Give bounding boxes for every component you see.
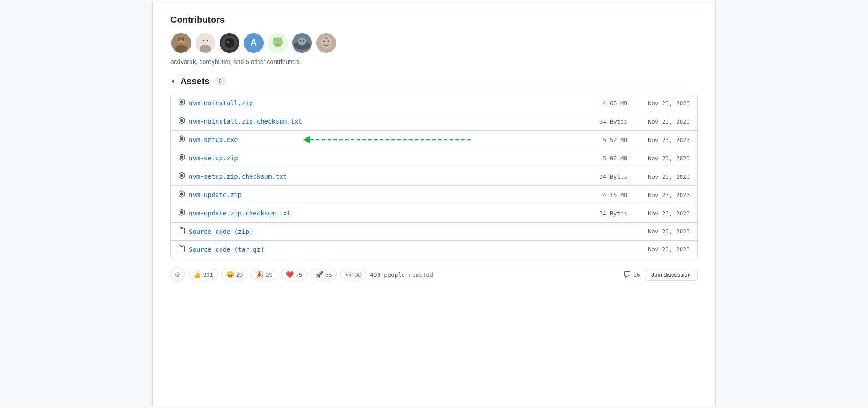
thumbsup-count: 291 <box>203 271 213 278</box>
asset-link[interactable]: nvm-update.zip <box>189 191 574 198</box>
eyes-reaction[interactable]: 👀 30 <box>340 269 366 280</box>
main-container: Contributors <box>152 0 716 408</box>
assets-title: Assets <box>180 76 210 86</box>
source-code-zip-link[interactable]: Source code (zip) <box>189 228 574 235</box>
table-row: nvm-update.zip.checksum.txt 34 Bytes Nov… <box>171 204 697 223</box>
asset-link[interactable]: nvm-update.zip.checksum.txt <box>189 210 574 217</box>
package-icon <box>178 172 185 181</box>
asset-date: Nov 23, 2023 <box>627 137 690 143</box>
package-icon <box>178 117 185 126</box>
avatar-5[interactable] <box>267 32 289 54</box>
table-row: nvm-setup.zip.checksum.txt 34 Bytes Nov … <box>171 167 697 186</box>
heart-count: 75 <box>296 271 302 278</box>
source-code-icon <box>178 245 185 253</box>
asset-date: Nov 23, 2023 <box>627 246 690 253</box>
asset-date: Nov 23, 2023 <box>627 228 690 235</box>
source-code-icon <box>178 227 185 236</box>
package-icon <box>178 154 185 163</box>
tada-reaction[interactable]: 🎉 29 <box>251 269 277 280</box>
table-row: nvm-noinstall.zip 4.65 MB Nov 23, 2023 <box>171 94 697 112</box>
asset-date: Nov 23, 2023 <box>627 118 690 125</box>
table-row: nvm-setup.zip 5.02 MB Nov 23, 2023 <box>171 149 697 167</box>
thumbsup-emoji: 👍 <box>193 271 201 278</box>
avatar-1[interactable] <box>170 32 192 54</box>
assets-collapse-icon[interactable]: ▼ <box>170 78 176 85</box>
laugh-count: 29 <box>236 271 243 278</box>
eyes-count: 30 <box>355 271 362 278</box>
thumbsup-reaction[interactable]: 👍 291 <box>188 269 218 280</box>
table-row: nvm-noinstall.zip.checksum.txt 34 Bytes … <box>171 112 697 131</box>
package-icon <box>178 99 185 107</box>
add-reaction-button[interactable]: ☺ <box>170 267 185 282</box>
asset-link[interactable]: nvm-noinstall.zip <box>189 99 574 107</box>
avatar-4[interactable]: A <box>243 32 264 54</box>
svg-point-9 <box>203 40 204 41</box>
asset-size: 4.65 MB <box>574 100 627 107</box>
svg-text:A: A <box>251 38 257 47</box>
package-icon <box>178 190 185 199</box>
asset-size: 5.52 MB <box>574 137 627 143</box>
assets-table: nvm-noinstall.zip 4.65 MB Nov 23, 2023 n… <box>170 94 698 258</box>
rocket-reaction[interactable]: 🚀 55 <box>311 269 336 280</box>
svg-point-13 <box>225 38 234 48</box>
package-icon <box>178 209 185 218</box>
reactions-bar: ☺ 👍 291 😄 29 🎉 29 ❤️ 75 🚀 55 👀 30 408 pe… <box>170 267 698 282</box>
laugh-reaction[interactable]: 😄 29 <box>221 269 247 280</box>
assets-section: ▼ Assets 9 nvm-noinstall.zip 4.65 MB Nov… <box>170 76 698 258</box>
avatar-7[interactable] <box>315 32 337 54</box>
svg-point-7 <box>202 37 209 45</box>
asset-link[interactable]: nvm-setup.zip.checksum.txt <box>189 173 574 180</box>
asset-date: Nov 23, 2023 <box>627 192 690 198</box>
table-row-highlighted: nvm-setup.exe 5.52 MB Nov 23, 2023 <box>171 131 697 149</box>
tada-count: 29 <box>266 271 272 278</box>
discussion-count-number: 16 <box>633 271 640 278</box>
contributors-section: Contributors <box>170 15 698 65</box>
source-code-targz-link[interactable]: Source code (tar.gz) <box>189 246 574 253</box>
eyes-emoji: 👀 <box>345 271 353 278</box>
rocket-count: 55 <box>325 271 332 278</box>
table-row: nvm-update.zip 4.15 MB Nov 23, 2023 <box>171 186 697 204</box>
svg-point-14 <box>227 41 229 43</box>
asset-date: Nov 23, 2023 <box>627 173 690 180</box>
asset-size: 34 Bytes <box>574 173 627 180</box>
svg-rect-5 <box>178 37 185 40</box>
svg-point-28 <box>300 40 301 42</box>
reactions-total-text: 408 people reacted <box>370 271 433 278</box>
svg-rect-34 <box>324 37 328 39</box>
heart-reaction[interactable]: ❤️ 75 <box>281 269 307 280</box>
svg-rect-32 <box>323 41 325 42</box>
avatar-2[interactable] <box>195 32 216 54</box>
contributors-text: acdvorak, coreybutler, and 5 other contr… <box>170 58 698 65</box>
avatar-6[interactable] <box>291 32 313 54</box>
rocket-emoji: 🚀 <box>315 271 323 278</box>
package-icon <box>178 135 185 144</box>
svg-point-27 <box>298 37 306 45</box>
avatar-3[interactable] <box>219 32 240 54</box>
asset-size: 34 Bytes <box>574 210 627 217</box>
laugh-emoji: 😄 <box>226 271 234 278</box>
assets-count-badge: 9 <box>214 77 226 86</box>
table-row-source-targz: Source code (tar.gz) Nov 23, 2023 <box>171 241 697 258</box>
contributors-title: Contributors <box>170 15 698 25</box>
asset-size: 4.15 MB <box>574 192 627 198</box>
asset-link[interactable]: nvm-setup.zip <box>189 155 574 162</box>
heart-emoji: ❤️ <box>286 271 294 278</box>
svg-point-2 <box>175 45 187 53</box>
discussion-count: 16 <box>624 271 640 278</box>
svg-rect-33 <box>328 41 330 42</box>
asset-date: Nov 23, 2023 <box>627 210 690 217</box>
asset-link[interactable]: nvm-setup.exe <box>189 136 574 143</box>
tada-emoji: 🎉 <box>256 271 264 278</box>
asset-link[interactable]: nvm-noinstall.zip.checksum.txt <box>189 118 574 125</box>
svg-point-10 <box>207 40 208 41</box>
asset-date: Nov 23, 2023 <box>627 100 690 107</box>
comment-icon <box>624 271 631 278</box>
asset-size: 5.02 MB <box>574 155 627 162</box>
contributors-avatars: A <box>170 32 698 54</box>
asset-size: 34 Bytes <box>574 118 627 125</box>
join-discussion-button[interactable]: Join discussion <box>645 269 698 281</box>
svg-point-29 <box>303 40 304 42</box>
assets-header: ▼ Assets 9 <box>170 76 698 86</box>
discussion-section: 16 Join discussion <box>624 269 698 281</box>
svg-point-8 <box>200 45 211 53</box>
